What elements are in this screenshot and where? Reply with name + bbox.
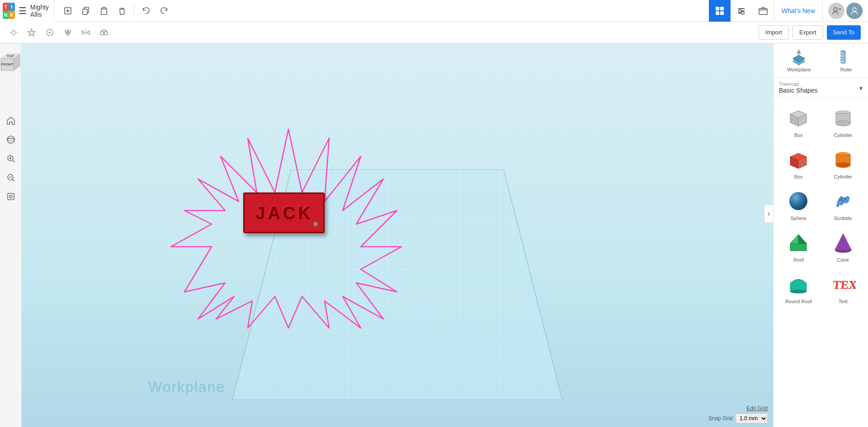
svg-rect-16 bbox=[759, 9, 767, 14]
logo-n: N bbox=[3, 11, 9, 19]
right-panel: Workplane Ruler Tinkercad B bbox=[773, 43, 868, 427]
svg-text:TOP: TOP bbox=[6, 54, 14, 58]
copy-button[interactable] bbox=[78, 3, 94, 19]
shape-round-roof-label: Round Roof bbox=[785, 299, 812, 304]
left-sidebar: TOP FRONT bbox=[0, 43, 22, 427]
shape-sphere-label: Sphere bbox=[791, 216, 807, 221]
shape-scribble[interactable]: Scribble bbox=[823, 186, 864, 224]
workplane-tool[interactable]: Workplane bbox=[783, 47, 814, 74]
shapes-title-label: Basic Shapes bbox=[779, 87, 818, 94]
svg-text:TEXT: TEXT bbox=[832, 278, 856, 291]
edit-grid-button[interactable]: Edit Grid bbox=[746, 405, 768, 412]
shape-roof[interactable]: Roof bbox=[778, 227, 819, 265]
shape-roof-label: Roof bbox=[793, 257, 804, 263]
panel-expand-chevron[interactable]: › bbox=[764, 205, 773, 223]
svg-marker-62 bbox=[797, 50, 801, 53]
shape-box-wire-preview bbox=[786, 105, 811, 131]
main-area: TOP FRONT bbox=[0, 43, 868, 427]
light-icon[interactable] bbox=[5, 24, 22, 41]
svg-line-50 bbox=[12, 179, 14, 182]
svg-marker-83 bbox=[790, 235, 798, 244]
zoom-out-button[interactable] bbox=[3, 170, 19, 185]
new-button[interactable] bbox=[60, 3, 76, 19]
snap-grid-select[interactable]: 1.0 mm 0.5 mm 2.0 mm bbox=[736, 413, 768, 423]
svg-point-43 bbox=[7, 136, 14, 143]
shape-box-solid-label: Box bbox=[794, 174, 803, 179]
user-area bbox=[823, 3, 868, 19]
tinkercad-label: Tinkercad bbox=[779, 82, 818, 87]
tinkercad-logo: T I N K bbox=[3, 3, 15, 19]
svg-point-73 bbox=[836, 121, 850, 126]
ruler-icon bbox=[838, 49, 854, 65]
import-button[interactable]: Import bbox=[759, 25, 789, 40]
delete-button[interactable] bbox=[114, 3, 130, 19]
orbit-button[interactable] bbox=[3, 132, 19, 147]
svg-marker-33 bbox=[82, 31, 85, 34]
snap-icon[interactable] bbox=[24, 24, 40, 41]
mirror-icon[interactable] bbox=[78, 24, 94, 41]
measure-icon[interactable] bbox=[42, 24, 58, 41]
shape-sphere[interactable]: Sphere bbox=[778, 186, 819, 224]
nav-right: What's New bbox=[709, 0, 868, 22]
right-panel-top: Workplane Ruler bbox=[774, 43, 868, 78]
shape-box-solid-preview bbox=[786, 147, 811, 172]
svg-rect-7 bbox=[716, 7, 719, 10]
svg-point-15 bbox=[741, 12, 744, 14]
grid-view-button[interactable] bbox=[709, 0, 731, 22]
workplane-icon bbox=[791, 49, 807, 65]
svg-rect-52 bbox=[8, 193, 14, 200]
shape-box-solid[interactable]: Box bbox=[778, 144, 819, 182]
add-user-button[interactable] bbox=[828, 3, 844, 19]
shape-cylinder-wire[interactable]: Cylinder bbox=[823, 103, 864, 141]
toolbar-left bbox=[54, 3, 709, 19]
shape-scribble-label: Scribble bbox=[834, 216, 852, 221]
align-icon[interactable] bbox=[60, 24, 76, 41]
shape-roof-preview bbox=[786, 230, 811, 255]
svg-marker-85 bbox=[835, 234, 851, 250]
zoom-in-button[interactable] bbox=[3, 151, 19, 166]
svg-rect-10 bbox=[720, 11, 724, 15]
paste-button[interactable] bbox=[96, 3, 112, 19]
view-cube-container[interactable]: TOP FRONT bbox=[0, 51, 24, 82]
projects-button[interactable] bbox=[752, 0, 774, 22]
viewport[interactable]: JACK Workplane Edit Grid Snap Grid 1.0 m… bbox=[22, 43, 773, 427]
hamburger-icon[interactable]: ☰ bbox=[19, 5, 27, 16]
svg-rect-37 bbox=[102, 30, 106, 32]
shape-round-roof[interactable]: Round Roof bbox=[778, 269, 819, 307]
shape-cone-preview bbox=[830, 230, 856, 255]
tools-view-button[interactable] bbox=[731, 0, 752, 22]
send-to-button[interactable]: Send To bbox=[827, 25, 861, 40]
shape-cylinder-solid-preview bbox=[830, 147, 856, 172]
user-avatar-button[interactable] bbox=[846, 3, 863, 19]
svg-point-21 bbox=[12, 31, 15, 34]
ruler-tool[interactable]: Ruler bbox=[835, 47, 858, 74]
svg-line-46 bbox=[12, 160, 14, 163]
shape-cylinder-solid-label: Cylinder bbox=[834, 174, 852, 179]
export-button[interactable]: Export bbox=[793, 25, 823, 40]
svg-point-17 bbox=[834, 8, 837, 11]
shape-sphere-preview bbox=[786, 188, 811, 214]
svg-rect-8 bbox=[720, 7, 724, 10]
secondary-toolbar: Import Export Send To bbox=[0, 22, 868, 43]
svg-marker-26 bbox=[28, 29, 35, 36]
home-view-button[interactable] bbox=[3, 113, 19, 128]
shape-cylinder-solid[interactable]: Cylinder bbox=[823, 144, 864, 182]
redo-button[interactable] bbox=[156, 3, 172, 19]
svg-point-28 bbox=[49, 32, 51, 33]
ruler-tool-label: Ruler bbox=[840, 67, 852, 72]
fit-view-button[interactable] bbox=[3, 189, 19, 204]
whats-new-button[interactable]: What's New bbox=[774, 0, 823, 22]
svg-point-12 bbox=[739, 9, 741, 12]
shapes-dropdown-chevron[interactable]: ▾ bbox=[859, 84, 863, 92]
svg-rect-6 bbox=[103, 7, 105, 9]
svg-rect-4 bbox=[83, 9, 87, 14]
undo-button[interactable] bbox=[138, 3, 154, 19]
group-icon[interactable] bbox=[96, 24, 112, 41]
shape-text-3d[interactable]: TEXT Text bbox=[823, 269, 864, 307]
svg-point-20 bbox=[853, 8, 856, 11]
jack-dot bbox=[313, 222, 318, 226]
sec-tools-right: Import Export Send To bbox=[751, 25, 868, 40]
shape-box-wire[interactable]: Box bbox=[778, 103, 819, 141]
jack-text: JACK bbox=[255, 203, 312, 223]
shape-cone[interactable]: Cone bbox=[823, 227, 864, 265]
